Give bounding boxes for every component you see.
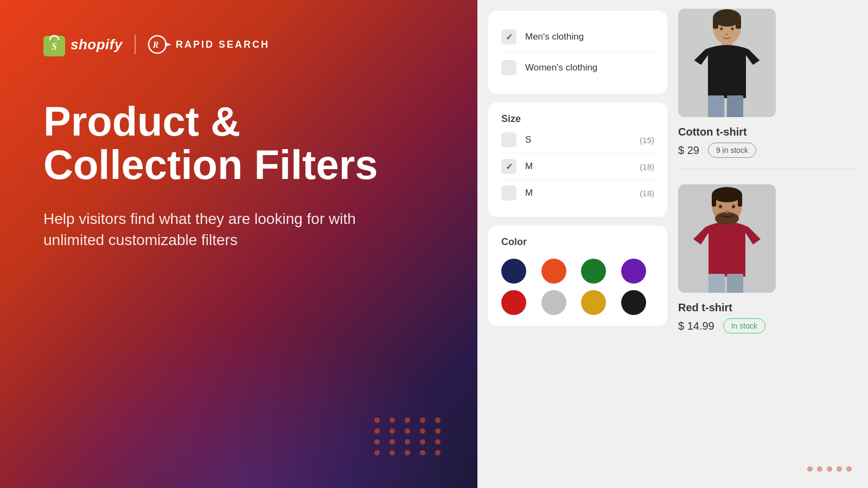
mens-checkbox[interactable]: ✓ [501, 29, 516, 44]
red-tshirt-badge: In stock [723, 318, 765, 333]
shopify-logo: S shopify [43, 33, 123, 56]
size-m-label: M [525, 161, 631, 172]
size-s[interactable]: S (15) [501, 127, 654, 153]
svg-text:S: S [52, 41, 57, 52]
svg-rect-7 [708, 95, 724, 117]
cotton-tshirt-image [678, 9, 776, 117]
color-purple[interactable] [621, 259, 646, 284]
color-orange[interactable] [541, 259, 566, 284]
right-panel: ✓ Men's clothing Women's clothing Size S… [477, 0, 868, 488]
size-m-checked[interactable]: ✓ M (18) [501, 153, 654, 179]
rapid-search-logo: R RAPID SEARCH [148, 35, 270, 54]
svg-rect-8 [727, 95, 743, 117]
size-m2[interactable]: M (18) [501, 179, 654, 206]
color-navy[interactable] [501, 259, 526, 284]
size-filter-card: Size S (15) ✓ M (18) M (18) [488, 102, 667, 217]
subtitle-text: Help visitors find what they are looking… [43, 208, 412, 251]
color-green[interactable] [581, 259, 606, 284]
size-s-count: (15) [640, 136, 654, 145]
category-filter-card: ✓ Men's clothing Women's clothing [488, 11, 667, 94]
products-column: Cotton t-shirt $ 29 9 in stock [678, 0, 868, 488]
womens-checkbox[interactable] [501, 60, 516, 75]
color-filter-card: Color [488, 226, 667, 326]
rapid-icon: R [148, 35, 171, 54]
size-s-checkbox[interactable] [501, 132, 516, 147]
size-m-count: (18) [640, 162, 654, 171]
logo-divider [135, 35, 136, 54]
svg-rect-23 [712, 195, 716, 207]
category-womens[interactable]: Women's clothing [501, 52, 654, 83]
svg-rect-21 [727, 274, 743, 293]
bottom-dots [807, 466, 852, 472]
color-grid [501, 259, 654, 315]
filter-sidebar: ✓ Men's clothing Women's clothing Size S… [477, 0, 678, 488]
shopify-text: shopify [71, 36, 123, 53]
product-image-cotton [678, 9, 776, 117]
red-tshirt-name: Red t-shirt [678, 301, 857, 314]
svg-rect-11 [736, 18, 741, 29]
svg-point-30 [725, 211, 729, 214]
product-cotton-tshirt: Cotton t-shirt $ 29 9 in stock [678, 0, 857, 169]
check-icon: ✓ [506, 32, 513, 42]
rapid-text: RAPID SEARCH [176, 39, 270, 50]
womens-label: Women's clothing [525, 62, 597, 73]
size-m2-checkbox[interactable] [501, 185, 516, 201]
decorative-dots [374, 418, 445, 455]
product-image-red [678, 184, 776, 293]
product-divider [678, 169, 857, 169]
red-tshirt-price: $ 14.99 [678, 320, 714, 332]
size-s-label: S [525, 134, 631, 145]
svg-point-28 [719, 206, 722, 208]
svg-point-25 [715, 212, 739, 225]
svg-point-15 [731, 28, 733, 30]
cotton-tshirt-name: Cotton t-shirt [678, 126, 857, 138]
svg-rect-24 [738, 195, 742, 207]
svg-rect-10 [713, 18, 718, 29]
svg-text:R: R [152, 40, 159, 49]
svg-point-22 [712, 187, 742, 202]
left-panel: S shopify R RAPID SEARCH Product & Colle… [0, 0, 477, 488]
color-yellow[interactable] [581, 290, 606, 315]
check-icon-m: ✓ [506, 162, 513, 172]
red-tshirt-pricing: $ 14.99 In stock [678, 318, 857, 333]
color-black[interactable] [621, 290, 646, 315]
cotton-tshirt-pricing: $ 29 9 in stock [678, 143, 857, 158]
cotton-tshirt-price: $ 29 [678, 144, 699, 157]
logo-area: S shopify R RAPID SEARCH [43, 33, 434, 56]
color-title: Color [501, 236, 654, 248]
size-title: Size [501, 113, 654, 125]
main-headline: Product & Collection Filters [43, 100, 434, 187]
size-m2-count: (18) [640, 189, 654, 198]
size-m2-label: M [525, 188, 631, 198]
category-mens[interactable]: ✓ Men's clothing [501, 22, 654, 52]
svg-rect-20 [709, 274, 725, 293]
size-m-checkbox[interactable]: ✓ [501, 159, 516, 174]
color-grey[interactable] [541, 290, 566, 315]
red-tshirt-image [678, 184, 776, 293]
product-red-tshirt: Red t-shirt $ 14.99 In stock [678, 174, 857, 344]
svg-point-29 [732, 206, 735, 208]
mens-label: Men's clothing [525, 31, 584, 42]
shopify-bag-icon: S [43, 33, 65, 56]
svg-point-14 [720, 28, 723, 30]
svg-point-16 [725, 33, 729, 35]
cotton-tshirt-badge: 9 in stock [708, 143, 756, 158]
color-red[interactable] [501, 290, 526, 315]
